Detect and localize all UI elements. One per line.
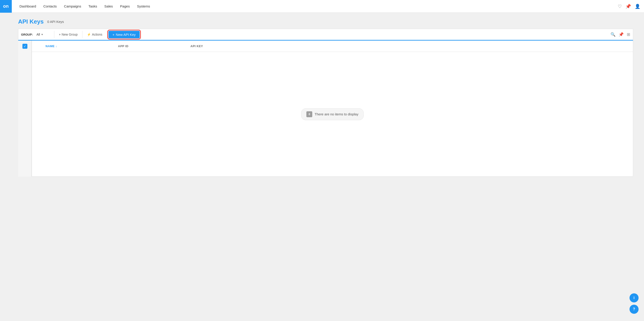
help-button[interactable]: ? xyxy=(630,305,638,314)
bottom-right-buttons: i ? xyxy=(630,293,638,314)
select-all-checkbox[interactable]: ✓ xyxy=(22,44,28,49)
col-appid: APP ID xyxy=(118,45,190,48)
nav-links: Dashboard Contacts Campaigns Tasks Sales… xyxy=(16,3,618,10)
empty-state: 0 There are no items to display xyxy=(301,108,364,120)
toolbar-divider-2 xyxy=(82,31,82,38)
col-apikey: API KEY xyxy=(190,45,633,48)
page-content: API Keys 0 API Keys GROUP: All ▾ + New G… xyxy=(0,13,644,182)
empty-text: There are no items to display xyxy=(314,112,358,116)
toolbar-divider-1 xyxy=(54,31,54,38)
toolbar-right: 🔍 📌 ⊞ xyxy=(610,32,630,37)
pin-icon[interactable]: 📌 xyxy=(626,4,631,9)
sort-arrow-icon: ↓ xyxy=(56,45,57,48)
col-name[interactable]: NAME ↓ xyxy=(46,45,118,48)
top-navigation: on Dashboard Contacts Campaigns Tasks Sa… xyxy=(0,0,644,13)
actions-label: Actions xyxy=(92,33,102,36)
toolbar: GROUP: All ▾ + New Group ⚡ Actions + New… xyxy=(18,29,633,41)
nav-sales[interactable]: Sales xyxy=(101,3,116,10)
side-checkbox-area: ✓ xyxy=(18,41,32,177)
table-body: 0 There are no items to display xyxy=(32,52,633,176)
logo: on xyxy=(0,0,12,13)
nav-campaigns[interactable]: Campaigns xyxy=(61,3,84,10)
new-group-button[interactable]: + New Group xyxy=(56,31,81,38)
nav-right: ♡ 📌 👤 xyxy=(618,4,640,9)
heart-icon[interactable]: ♡ xyxy=(618,4,622,9)
nav-contacts[interactable]: Contacts xyxy=(40,3,60,10)
nav-tasks[interactable]: Tasks xyxy=(85,3,100,10)
actions-icon: ⚡ xyxy=(87,33,91,36)
table-wrapper: ✓ NAME ↓ APP ID API KEY xyxy=(18,41,633,177)
table: NAME ↓ APP ID API KEY 0 There are no ite… xyxy=(32,41,633,177)
empty-icon: 0 xyxy=(306,111,312,117)
info-button[interactable]: i xyxy=(630,293,638,302)
group-select[interactable]: All ▾ xyxy=(35,31,53,38)
nav-dashboard[interactable]: Dashboard xyxy=(16,3,39,10)
api-key-count: 0 API Keys xyxy=(47,20,64,24)
search-icon[interactable]: 🔍 xyxy=(610,32,616,37)
new-api-key-label: New API Key xyxy=(116,33,136,37)
new-group-label: + New Group xyxy=(59,33,78,36)
new-api-key-icon: + xyxy=(112,33,114,37)
actions-button[interactable]: ⚡ Actions xyxy=(84,31,106,38)
columns-icon[interactable]: ⊞ xyxy=(627,32,630,37)
table-header: NAME ↓ APP ID API KEY xyxy=(32,41,633,52)
user-icon[interactable]: 👤 xyxy=(635,4,640,9)
group-label: GROUP: xyxy=(21,33,33,36)
chevron-down-icon: ▾ xyxy=(42,33,43,36)
nav-pages[interactable]: Pages xyxy=(117,3,133,10)
nav-systems[interactable]: Systems xyxy=(134,3,153,10)
page-title: API Keys xyxy=(18,18,44,25)
page-header: API Keys 0 API Keys xyxy=(18,18,633,25)
group-value: All xyxy=(36,33,40,36)
filter-pin-icon[interactable]: 📌 xyxy=(619,32,624,37)
new-api-key-button[interactable]: + New API Key xyxy=(108,31,140,38)
